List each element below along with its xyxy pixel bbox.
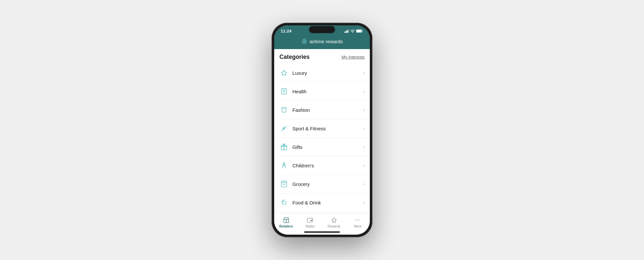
categories-header: Categories My Interests xyxy=(274,49,370,64)
food-label: Food & Drink xyxy=(292,200,363,205)
svg-point-13 xyxy=(283,162,285,164)
phone-wrapper: 11:24 xyxy=(272,23,372,237)
gifts-icon xyxy=(279,142,288,151)
svg-point-24 xyxy=(357,220,358,221)
gifts-label: Gifts xyxy=(292,144,363,150)
nav-item-more[interactable]: More xyxy=(346,216,370,228)
retailers-nav-icon xyxy=(283,216,290,224)
svg-rect-1 xyxy=(346,31,347,33)
app-header: airtime rewards xyxy=(274,35,370,49)
svg-rect-6 xyxy=(356,30,361,32)
nav-item-retailers[interactable]: Retailers xyxy=(274,216,298,228)
svg-point-23 xyxy=(356,220,356,221)
health-arrow: › xyxy=(363,89,365,94)
battery-icon xyxy=(356,29,363,33)
main-content: Categories My Interests Luxury xyxy=(274,49,370,214)
svg-rect-3 xyxy=(348,29,349,33)
sport-icon xyxy=(279,124,288,133)
phone-screen: 11:24 xyxy=(274,25,370,235)
children-label: Children's xyxy=(292,163,363,168)
food-icon xyxy=(279,198,288,207)
logo-icon xyxy=(301,38,308,45)
sport-arrow: › xyxy=(363,126,365,131)
children-icon xyxy=(279,161,288,170)
svg-rect-0 xyxy=(344,32,345,33)
category-list: Luxury › He xyxy=(274,64,370,214)
svg-rect-2 xyxy=(347,30,348,33)
health-label: Health xyxy=(292,89,363,94)
svg-point-4 xyxy=(352,32,353,33)
list-item[interactable]: Health › xyxy=(274,82,370,100)
grocery-label: Grocery xyxy=(292,181,363,187)
list-item[interactable]: Sport & Fitness › xyxy=(274,119,370,137)
app-logo: airtime rewards xyxy=(301,38,343,45)
app-name: airtime rewards xyxy=(310,39,343,44)
categories-section: Categories My Interests Luxury xyxy=(274,49,370,214)
categories-title: Categories xyxy=(279,54,310,60)
luxury-arrow: › xyxy=(363,70,365,75)
status-time: 11:24 xyxy=(281,29,291,33)
rewards-nav-icon xyxy=(330,216,338,224)
retailers-nav-label: Retailers xyxy=(279,225,293,228)
grocery-arrow: › xyxy=(363,181,365,187)
more-nav-label: More xyxy=(354,225,362,228)
luxury-icon xyxy=(279,68,288,77)
my-interests-link[interactable]: My Interests xyxy=(342,55,365,59)
svg-rect-22 xyxy=(311,220,312,221)
health-icon xyxy=(279,87,288,96)
list-item[interactable]: Children's › xyxy=(274,156,370,175)
children-arrow: › xyxy=(363,163,365,168)
luxury-label: Luxury xyxy=(292,70,363,76)
list-item[interactable]: Fashion › xyxy=(274,100,370,119)
nav-item-wallet[interactable]: Wallet xyxy=(298,216,322,228)
wallet-nav-label: Wallet xyxy=(306,225,315,228)
wifi-icon xyxy=(350,29,355,33)
sport-label: Sport & Fitness xyxy=(292,126,363,131)
more-nav-icon xyxy=(354,216,361,224)
food-arrow: › xyxy=(363,200,365,205)
list-item[interactable]: Gifts › xyxy=(274,137,370,156)
list-item[interactable]: Luxury › xyxy=(274,64,370,82)
dynamic-island xyxy=(309,26,335,33)
svg-point-25 xyxy=(359,220,360,221)
fashion-icon xyxy=(279,105,288,114)
rewards-nav-label: Rewards xyxy=(328,225,340,228)
wallet-nav-icon xyxy=(306,216,314,224)
signal-icon xyxy=(344,29,349,33)
status-icons xyxy=(344,29,363,33)
nav-item-rewards[interactable]: Rewards xyxy=(322,216,346,228)
list-item[interactable]: Grocery › xyxy=(274,175,370,193)
phone-frame: 11:24 xyxy=(272,23,372,237)
home-indicator xyxy=(304,231,340,233)
list-item[interactable]: Food & Drink › xyxy=(274,193,370,212)
fashion-arrow: › xyxy=(363,107,365,112)
fashion-label: Fashion xyxy=(292,107,363,113)
gifts-arrow: › xyxy=(363,144,365,150)
grocery-icon xyxy=(279,179,288,188)
